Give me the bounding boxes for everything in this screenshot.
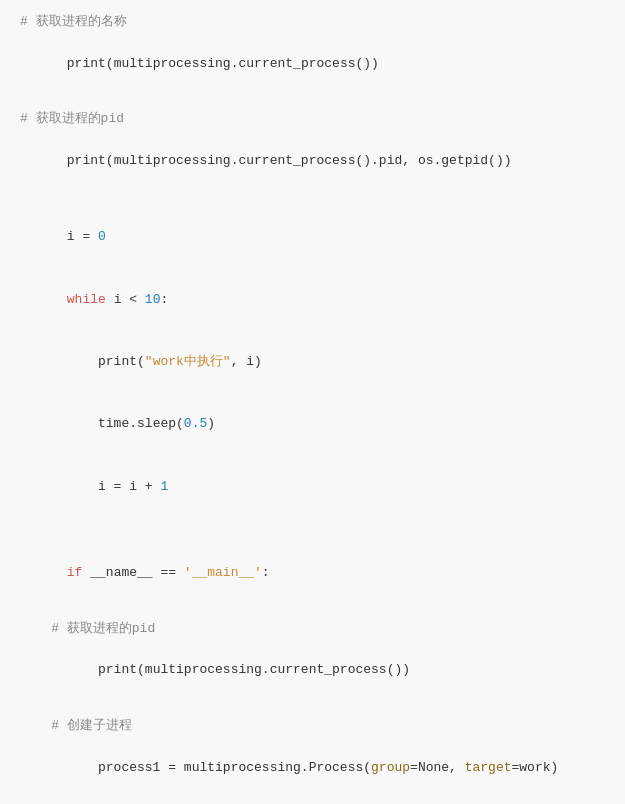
code-line-2: print(multiprocessing.current_process().… [20, 130, 605, 192]
code-line-4: while i < 10: [20, 269, 605, 331]
code-line-3: i = 0 [20, 206, 605, 268]
comment-line-4: # 创建子进程 [20, 716, 605, 737]
code-line-6: time.sleep(0.5) [20, 394, 605, 456]
code-block-top: # 获取进程的名称 print(multiprocessing.current_… [20, 12, 605, 518]
blank-line-1 [20, 95, 605, 109]
code-line-m2: process1 = multiprocessing.Process(group… [20, 737, 605, 799]
comment-line-2: # 获取进程的pid [20, 109, 605, 130]
blank-line-3 [20, 605, 605, 619]
code-line-if: if __name__ == '__main__': [20, 542, 605, 604]
comment-line-1: # 获取进程的名称 [20, 12, 605, 33]
code-line-m3: process1.start() [20, 799, 605, 804]
code-line-7: i = i + 1 [20, 456, 605, 518]
section-gap-1 [20, 518, 605, 542]
code-block-main: if __name__ == '__main__': # 获取进程的pid pr… [20, 542, 605, 804]
code-line-5: print("work中执行", i) [20, 331, 605, 393]
comment-line-3: # 获取进程的pid [20, 619, 605, 640]
blank-line-2 [20, 192, 605, 206]
top-code-section: # 获取进程的名称 print(multiprocessing.current_… [0, 0, 625, 804]
code-line-1: print(multiprocessing.current_process()) [20, 33, 605, 95]
code-line-m1: print(multiprocessing.current_process()) [20, 640, 605, 702]
blank-line-4 [20, 702, 605, 716]
